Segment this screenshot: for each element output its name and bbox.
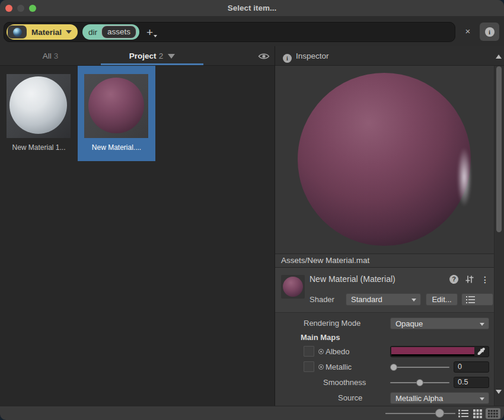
material-title: New Material (Material): [310, 274, 395, 284]
material-mini-thumbnail: [281, 275, 305, 299]
asset-grid: New Material 1... New Material....: [0, 66, 275, 406]
asset-tile-new-material-selected[interactable]: New Material....: [78, 66, 155, 161]
list-icon: [466, 296, 475, 303]
material-preview-sphere: [298, 73, 471, 246]
rendering-mode-value: Opaque: [395, 319, 423, 328]
material-type-iconbox: [8, 25, 27, 39]
chevron-down-icon: [480, 397, 484, 400]
metallic-label: Metallic: [326, 361, 352, 373]
tab-all[interactable]: All3: [0, 46, 101, 66]
type-filter-chip[interactable]: Material: [7, 24, 78, 40]
albedo-texture-slot[interactable]: [304, 346, 314, 357]
scroll-down-icon[interactable]: [496, 390, 502, 394]
grid-view-icon: [473, 409, 482, 418]
chevron-down-icon: [66, 30, 72, 34]
bottom-bar: [0, 406, 504, 420]
material-properties: Rendering Mode Opaque Main Maps Albedo: [275, 313, 494, 406]
smoothness-slider[interactable]: [390, 377, 449, 389]
search-row: Material dir assets + × i: [0, 17, 504, 46]
active-tab-underline: [101, 63, 203, 65]
title-bar: Select item...: [0, 0, 504, 17]
chevron-down-icon: [412, 299, 416, 302]
albedo-color-field[interactable]: [390, 346, 489, 357]
add-filter-button[interactable]: +: [146, 27, 157, 38]
chevron-down-icon: [168, 54, 175, 59]
asset-label: New Material 1...: [0, 143, 78, 152]
sphere-preview: [88, 78, 144, 133]
info-icon: i: [485, 27, 495, 37]
albedo-color-swatch[interactable]: [391, 347, 474, 354]
target-icon: [318, 349, 324, 354]
content-area: All3 Project2 New Material 1...: [0, 46, 504, 406]
visibility-toggle-button[interactable]: [258, 52, 270, 60]
list-view-button[interactable]: [457, 408, 470, 419]
large-grid-view-button-active[interactable]: [486, 408, 500, 419]
material-header-icons: ? ⋮: [449, 275, 489, 284]
tab-all-label: All: [43, 52, 52, 60]
slider-track: [390, 367, 449, 368]
tab-bar: All3 Project2: [0, 46, 275, 66]
help-button[interactable]: ?: [449, 275, 458, 284]
info-icon: i: [283, 54, 292, 63]
metallic-slider[interactable]: [390, 361, 449, 373]
shader-dropdown-value: Standard: [351, 295, 382, 304]
select-item-window: Select item... Material dir assets + × i: [0, 0, 504, 420]
dir-filter-value: assets: [101, 25, 136, 39]
chevron-down-icon: [154, 35, 157, 37]
eyedropper-button[interactable]: [476, 347, 487, 357]
albedo-label: Albedo: [326, 346, 349, 358]
metallic-texture-slot[interactable]: [304, 361, 314, 372]
search-input[interactable]: Material dir assets +: [4, 22, 455, 42]
presets-button[interactable]: [465, 275, 474, 284]
shader-label: Shader: [310, 295, 334, 304]
inspector-panel: iInspector Assets/New Material.mat New M…: [275, 46, 504, 406]
metallic-value-field[interactable]: 0: [454, 361, 489, 373]
clear-search-button[interactable]: ×: [462, 26, 473, 37]
edit-shader-button[interactable]: Edit...: [426, 293, 458, 306]
slider-knob[interactable]: [416, 379, 423, 386]
smoothness-value-field[interactable]: 0.5: [454, 377, 489, 388]
tab-project-label: Project: [129, 52, 157, 60]
material-thumbnail: [84, 74, 148, 138]
asset-label: New Material....: [78, 143, 155, 152]
rendering-mode-dropdown[interactable]: Opaque: [390, 318, 489, 329]
window-title: Select item...: [0, 0, 504, 17]
inspector-header: iInspector: [275, 46, 504, 66]
asset-path: Assets/New Material.mat: [275, 254, 494, 268]
target-icon: [318, 364, 324, 370]
scrollbar-thumb[interactable]: [496, 66, 502, 232]
scroll-up-icon[interactable]: [496, 54, 502, 59]
dir-filter-chip[interactable]: dir assets: [82, 24, 139, 40]
smoothness-label: Smoothness: [323, 377, 366, 389]
eye-icon: [258, 52, 270, 60]
grid-view-button[interactable]: [471, 408, 484, 419]
chevron-down-icon: [480, 323, 484, 326]
plus-icon: +: [146, 27, 153, 38]
slider-knob[interactable]: [390, 364, 397, 371]
shader-dropdown[interactable]: Standard: [346, 293, 421, 306]
material-header: New Material (Material) ? ⋮ Shader Stand…: [275, 268, 494, 313]
material-icon: [13, 28, 22, 37]
shader-properties-dropdown[interactable]: [461, 293, 493, 306]
asset-browser-panel: All3 Project2 New Material 1...: [0, 46, 275, 406]
more-options-button[interactable]: ⋮: [481, 275, 489, 284]
dir-filter-prefix: dir: [88, 28, 97, 37]
inspector-title: Inspector: [296, 52, 329, 60]
large-grid-view-icon: [488, 410, 498, 418]
tab-all-count: 3: [54, 52, 59, 60]
type-filter-label: Material: [31, 28, 62, 37]
thumbnail-size-slider[interactable]: [385, 406, 455, 420]
sphere-preview: [283, 277, 303, 297]
asset-tile-new-material-1[interactable]: New Material 1...: [0, 66, 78, 161]
slider-track: [385, 413, 455, 414]
source-dropdown[interactable]: Metallic Alpha: [390, 392, 489, 404]
source-label: Source: [338, 392, 362, 404]
slider-knob[interactable]: [435, 409, 444, 418]
list-view-icon: [458, 409, 468, 418]
main-maps-header: Main Maps: [301, 332, 340, 344]
info-button[interactable]: i: [480, 23, 499, 41]
alpha-bar: [391, 354, 474, 356]
source-value: Metallic Alpha: [395, 394, 443, 403]
sphere-preview: [9, 76, 67, 134]
tab-project-count: 2: [159, 52, 164, 60]
